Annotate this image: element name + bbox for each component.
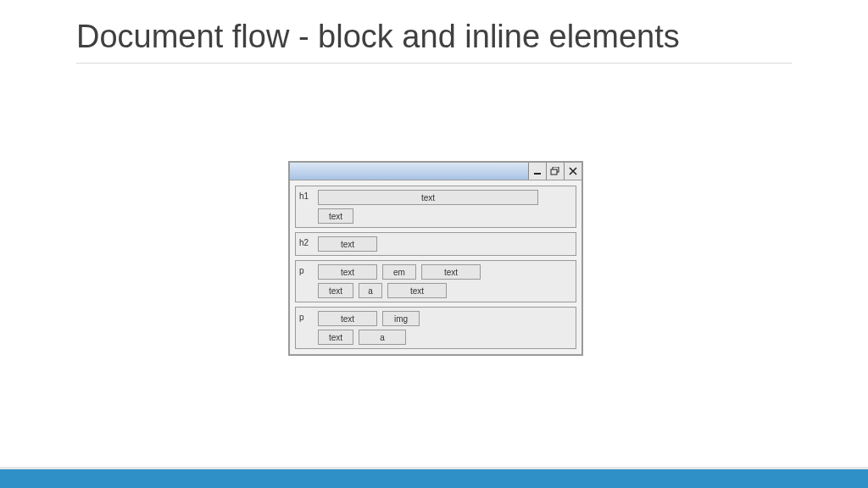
inline-element: img (382, 311, 420, 326)
block-element: ptextimgtexta (295, 307, 576, 349)
line-box: textatext (318, 283, 572, 298)
block-tag-label: p (299, 311, 318, 322)
line-box: texta (318, 330, 572, 345)
inline-element: text (318, 236, 377, 252)
inline-element: em (382, 264, 416, 280)
inline-element: text (318, 311, 377, 326)
window-body: h1texttexth2textptextemtexttextatextptex… (290, 180, 581, 354)
line-box: text (318, 208, 572, 224)
block-element: ptextemtexttextatext (295, 260, 576, 302)
line-box: textimg (318, 311, 572, 326)
inline-element: text (318, 264, 377, 280)
svg-rect-2 (551, 169, 557, 175)
inline-element: text (421, 264, 481, 280)
block-lines: textimgtexta (318, 311, 572, 345)
window-titlebar (290, 163, 581, 180)
block-element: h1texttext (295, 186, 576, 228)
inline-element: text (318, 283, 353, 298)
block-tag-label: h1 (299, 190, 318, 201)
close-icon[interactable] (564, 163, 581, 180)
block-lines: textemtexttextatext (318, 264, 572, 298)
slide-footer-bar (0, 467, 868, 488)
inline-element: text (318, 330, 353, 345)
inline-element: a (359, 330, 406, 345)
inline-element: text (318, 190, 538, 205)
block-tag-label: h2 (299, 236, 318, 247)
line-box: textemtext (318, 264, 572, 280)
minimize-icon[interactable] (528, 163, 546, 180)
block-lines: texttext (318, 190, 572, 224)
line-box: text (318, 190, 572, 205)
diagram-window: h1texttexth2textptextemtexttextatextptex… (288, 161, 583, 356)
restore-icon[interactable] (546, 163, 564, 180)
inline-element: a (359, 283, 382, 298)
block-element: h2text (295, 232, 576, 256)
title-divider (76, 63, 792, 64)
block-lines: text (318, 236, 572, 252)
block-tag-label: p (299, 264, 318, 275)
line-box: text (318, 236, 572, 252)
inline-element: text (318, 208, 353, 224)
slide-title: Document flow - block and inline element… (76, 19, 792, 56)
inline-element: text (387, 283, 447, 298)
